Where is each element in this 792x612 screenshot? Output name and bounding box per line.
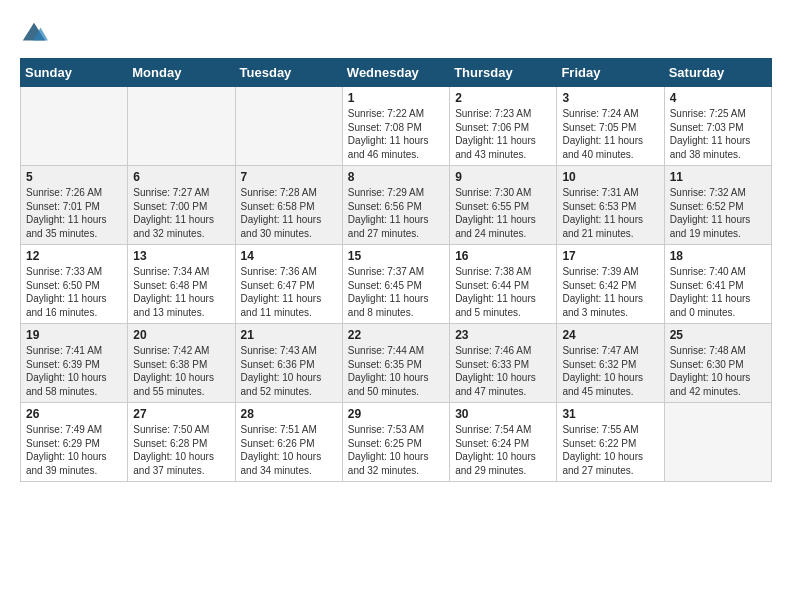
calendar-cell: 16Sunrise: 7:38 AMSunset: 6:44 PMDayligh… (450, 245, 557, 324)
day-number: 3 (562, 91, 658, 105)
day-number: 28 (241, 407, 337, 421)
calendar-week-4: 19Sunrise: 7:41 AMSunset: 6:39 PMDayligh… (21, 324, 772, 403)
calendar-cell (235, 87, 342, 166)
page-header (20, 20, 772, 48)
day-number: 31 (562, 407, 658, 421)
calendar-cell: 25Sunrise: 7:48 AMSunset: 6:30 PMDayligh… (664, 324, 771, 403)
day-info: Sunrise: 7:55 AMSunset: 6:22 PMDaylight:… (562, 423, 658, 477)
day-number: 5 (26, 170, 122, 184)
calendar-cell: 27Sunrise: 7:50 AMSunset: 6:28 PMDayligh… (128, 403, 235, 482)
day-number: 13 (133, 249, 229, 263)
calendar-cell: 29Sunrise: 7:53 AMSunset: 6:25 PMDayligh… (342, 403, 449, 482)
day-info: Sunrise: 7:33 AMSunset: 6:50 PMDaylight:… (26, 265, 122, 319)
day-number: 23 (455, 328, 551, 342)
calendar-cell: 22Sunrise: 7:44 AMSunset: 6:35 PMDayligh… (342, 324, 449, 403)
calendar-cell: 8Sunrise: 7:29 AMSunset: 6:56 PMDaylight… (342, 166, 449, 245)
day-number: 10 (562, 170, 658, 184)
day-number: 29 (348, 407, 444, 421)
day-number: 7 (241, 170, 337, 184)
day-info: Sunrise: 7:27 AMSunset: 7:00 PMDaylight:… (133, 186, 229, 240)
day-number: 24 (562, 328, 658, 342)
calendar-cell: 17Sunrise: 7:39 AMSunset: 6:42 PMDayligh… (557, 245, 664, 324)
calendar-week-3: 12Sunrise: 7:33 AMSunset: 6:50 PMDayligh… (21, 245, 772, 324)
day-number: 27 (133, 407, 229, 421)
day-info: Sunrise: 7:41 AMSunset: 6:39 PMDaylight:… (26, 344, 122, 398)
day-info: Sunrise: 7:53 AMSunset: 6:25 PMDaylight:… (348, 423, 444, 477)
calendar-cell: 11Sunrise: 7:32 AMSunset: 6:52 PMDayligh… (664, 166, 771, 245)
day-info: Sunrise: 7:44 AMSunset: 6:35 PMDaylight:… (348, 344, 444, 398)
day-info: Sunrise: 7:46 AMSunset: 6:33 PMDaylight:… (455, 344, 551, 398)
day-number: 16 (455, 249, 551, 263)
calendar-cell: 1Sunrise: 7:22 AMSunset: 7:08 PMDaylight… (342, 87, 449, 166)
calendar-cell: 18Sunrise: 7:40 AMSunset: 6:41 PMDayligh… (664, 245, 771, 324)
calendar-cell: 30Sunrise: 7:54 AMSunset: 6:24 PMDayligh… (450, 403, 557, 482)
day-number: 1 (348, 91, 444, 105)
day-number: 26 (26, 407, 122, 421)
day-number: 12 (26, 249, 122, 263)
calendar-cell: 19Sunrise: 7:41 AMSunset: 6:39 PMDayligh… (21, 324, 128, 403)
calendar-cell: 24Sunrise: 7:47 AMSunset: 6:32 PMDayligh… (557, 324, 664, 403)
calendar-cell: 9Sunrise: 7:30 AMSunset: 6:55 PMDaylight… (450, 166, 557, 245)
header-thursday: Thursday (450, 59, 557, 87)
calendar-cell: 15Sunrise: 7:37 AMSunset: 6:45 PMDayligh… (342, 245, 449, 324)
day-info: Sunrise: 7:28 AMSunset: 6:58 PMDaylight:… (241, 186, 337, 240)
day-number: 22 (348, 328, 444, 342)
day-info: Sunrise: 7:48 AMSunset: 6:30 PMDaylight:… (670, 344, 766, 398)
day-number: 14 (241, 249, 337, 263)
day-number: 25 (670, 328, 766, 342)
day-info: Sunrise: 7:54 AMSunset: 6:24 PMDaylight:… (455, 423, 551, 477)
calendar-cell: 26Sunrise: 7:49 AMSunset: 6:29 PMDayligh… (21, 403, 128, 482)
calendar-cell: 13Sunrise: 7:34 AMSunset: 6:48 PMDayligh… (128, 245, 235, 324)
day-number: 4 (670, 91, 766, 105)
day-info: Sunrise: 7:24 AMSunset: 7:05 PMDaylight:… (562, 107, 658, 161)
calendar-cell: 6Sunrise: 7:27 AMSunset: 7:00 PMDaylight… (128, 166, 235, 245)
day-info: Sunrise: 7:39 AMSunset: 6:42 PMDaylight:… (562, 265, 658, 319)
day-info: Sunrise: 7:51 AMSunset: 6:26 PMDaylight:… (241, 423, 337, 477)
day-number: 2 (455, 91, 551, 105)
day-number: 19 (26, 328, 122, 342)
day-info: Sunrise: 7:38 AMSunset: 6:44 PMDaylight:… (455, 265, 551, 319)
day-number: 9 (455, 170, 551, 184)
calendar-header-row: SundayMondayTuesdayWednesdayThursdayFrid… (21, 59, 772, 87)
calendar-cell: 12Sunrise: 7:33 AMSunset: 6:50 PMDayligh… (21, 245, 128, 324)
header-saturday: Saturday (664, 59, 771, 87)
day-number: 21 (241, 328, 337, 342)
day-info: Sunrise: 7:30 AMSunset: 6:55 PMDaylight:… (455, 186, 551, 240)
day-number: 15 (348, 249, 444, 263)
day-info: Sunrise: 7:36 AMSunset: 6:47 PMDaylight:… (241, 265, 337, 319)
calendar-cell: 31Sunrise: 7:55 AMSunset: 6:22 PMDayligh… (557, 403, 664, 482)
day-number: 8 (348, 170, 444, 184)
day-number: 18 (670, 249, 766, 263)
calendar-cell: 2Sunrise: 7:23 AMSunset: 7:06 PMDaylight… (450, 87, 557, 166)
calendar-cell: 28Sunrise: 7:51 AMSunset: 6:26 PMDayligh… (235, 403, 342, 482)
calendar-cell (664, 403, 771, 482)
calendar-cell: 7Sunrise: 7:28 AMSunset: 6:58 PMDaylight… (235, 166, 342, 245)
calendar-table: SundayMondayTuesdayWednesdayThursdayFrid… (20, 58, 772, 482)
calendar-cell: 20Sunrise: 7:42 AMSunset: 6:38 PMDayligh… (128, 324, 235, 403)
calendar-cell: 5Sunrise: 7:26 AMSunset: 7:01 PMDaylight… (21, 166, 128, 245)
logo-icon (20, 20, 48, 48)
day-number: 30 (455, 407, 551, 421)
calendar-cell: 3Sunrise: 7:24 AMSunset: 7:05 PMDaylight… (557, 87, 664, 166)
day-info: Sunrise: 7:32 AMSunset: 6:52 PMDaylight:… (670, 186, 766, 240)
header-sunday: Sunday (21, 59, 128, 87)
day-number: 11 (670, 170, 766, 184)
day-info: Sunrise: 7:26 AMSunset: 7:01 PMDaylight:… (26, 186, 122, 240)
header-monday: Monday (128, 59, 235, 87)
calendar-week-2: 5Sunrise: 7:26 AMSunset: 7:01 PMDaylight… (21, 166, 772, 245)
day-number: 17 (562, 249, 658, 263)
logo (20, 20, 52, 48)
calendar-cell (128, 87, 235, 166)
day-info: Sunrise: 7:49 AMSunset: 6:29 PMDaylight:… (26, 423, 122, 477)
day-info: Sunrise: 7:47 AMSunset: 6:32 PMDaylight:… (562, 344, 658, 398)
calendar-cell (21, 87, 128, 166)
day-info: Sunrise: 7:23 AMSunset: 7:06 PMDaylight:… (455, 107, 551, 161)
day-info: Sunrise: 7:34 AMSunset: 6:48 PMDaylight:… (133, 265, 229, 319)
day-info: Sunrise: 7:43 AMSunset: 6:36 PMDaylight:… (241, 344, 337, 398)
day-info: Sunrise: 7:31 AMSunset: 6:53 PMDaylight:… (562, 186, 658, 240)
day-number: 6 (133, 170, 229, 184)
header-wednesday: Wednesday (342, 59, 449, 87)
calendar-week-1: 1Sunrise: 7:22 AMSunset: 7:08 PMDaylight… (21, 87, 772, 166)
day-info: Sunrise: 7:42 AMSunset: 6:38 PMDaylight:… (133, 344, 229, 398)
calendar-cell: 21Sunrise: 7:43 AMSunset: 6:36 PMDayligh… (235, 324, 342, 403)
